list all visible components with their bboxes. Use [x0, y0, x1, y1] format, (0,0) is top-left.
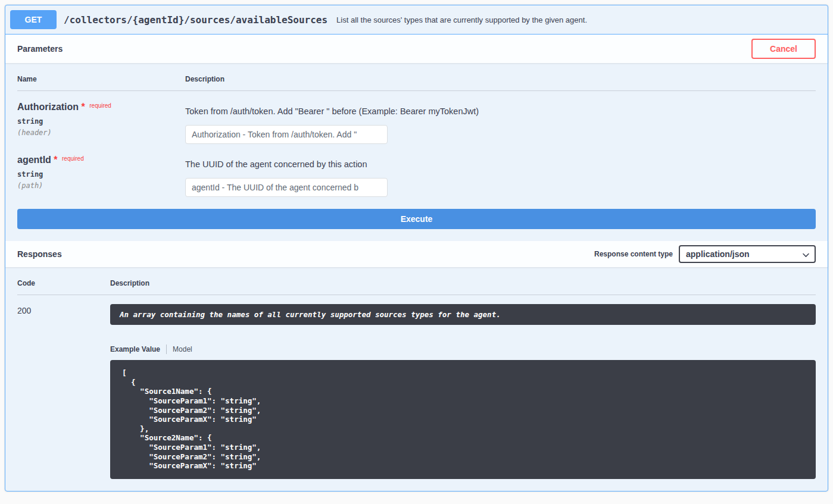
responses-body: Code Description 200 An array containing… — [5, 267, 828, 491]
parameter-description: Token from /auth/token. Add "Bearer " be… — [185, 107, 816, 116]
endpoint-summary-text: List all the sources' types that are cur… — [336, 15, 587, 24]
parameter-location: (header) — [17, 129, 185, 137]
example-model-tabs: Example Value Model — [110, 345, 816, 354]
example-json: [ { "Source1Name": { "SourceParam1": "st… — [122, 368, 804, 471]
parameters-section-header: Parameters Cancel — [5, 35, 828, 63]
operation-block-get: GET /collectors/{agentId}/sources/availa… — [5, 5, 828, 492]
response-row-200: 200 An array containing the names of all… — [17, 295, 816, 479]
description-column-header: Description — [185, 75, 816, 83]
parameter-location: (path) — [17, 181, 185, 190]
operation-summary[interactable]: GET /collectors/{agentId}/sources/availa… — [5, 5, 828, 35]
parameter-name: Authorization — [17, 102, 79, 112]
execute-button[interactable]: Execute — [17, 209, 816, 229]
parameters-table-header: Name Description — [17, 75, 816, 91]
name-column-header: Name — [17, 75, 185, 83]
required-asterisk: * — [82, 102, 85, 112]
cancel-button[interactable]: Cancel — [751, 39, 816, 59]
parameter-type: string — [17, 170, 185, 179]
http-method-badge[interactable]: GET — [10, 10, 57, 29]
parameter-row-agentid: agentId * required string (path) The UUI… — [17, 144, 816, 197]
tab-example-value[interactable]: Example Value — [110, 345, 166, 353]
parameter-name: agentId — [17, 155, 51, 165]
responses-table-header: Code Description — [17, 279, 816, 295]
parameters-title: Parameters — [17, 44, 63, 54]
code-column-header: Code — [17, 279, 110, 287]
required-asterisk: * — [54, 155, 57, 165]
parameter-description: The UUID of the agent concerned by this … — [185, 159, 816, 169]
parameter-row-authorization: Authorization * required string (header)… — [17, 91, 816, 144]
response-description: An array containing the names of all cur… — [110, 304, 816, 325]
endpoint-path[interactable]: /collectors/{agentId}/sources/availableS… — [64, 14, 327, 26]
required-label: required — [88, 102, 111, 109]
execute-wrapper: Execute — [5, 197, 828, 241]
description-column-header: Description — [110, 279, 816, 287]
parameter-type: string — [17, 117, 185, 126]
example-value-code-block: [ { "Source1Name": { "SourceParam1": "st… — [110, 360, 816, 479]
parameters-body: Name Description Authorization * require… — [5, 63, 828, 197]
tab-model[interactable]: Model — [167, 345, 192, 353]
authorization-input[interactable] — [185, 125, 388, 144]
required-label: required — [60, 155, 84, 162]
agentid-input[interactable] — [185, 178, 388, 197]
response-content-type-select[interactable]: application/json — [679, 245, 816, 263]
response-content-type-label: Response content type — [594, 250, 673, 258]
responses-section-header: Responses Response content type applicat… — [5, 241, 828, 267]
response-code: 200 — [17, 304, 110, 479]
responses-title: Responses — [17, 249, 62, 259]
